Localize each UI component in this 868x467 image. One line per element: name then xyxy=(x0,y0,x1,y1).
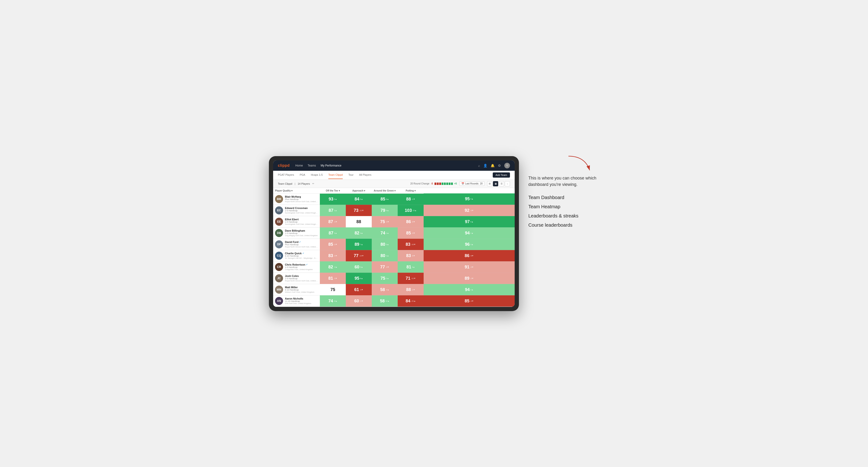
col-player-quality[interactable]: Player Quality ▾ xyxy=(273,188,320,194)
player-cell[interactable]: ANAaron Nicholls11-15 HandicapDrift Golf… xyxy=(273,295,320,307)
logo: clippd xyxy=(278,163,290,168)
player-cell[interactable]: EEElliot Ebert1-5 HandicapSunningdale Go… xyxy=(273,216,320,227)
score-cell: 871▲ xyxy=(320,205,346,216)
player-club: St. George's Hill GC - Weybridge - Surre… xyxy=(285,257,318,259)
score-cell: 91-3▼ xyxy=(424,261,515,273)
score-cell: 846▲ xyxy=(346,193,372,205)
nav-link-teams[interactable]: Teams xyxy=(308,163,316,168)
nav-link-my-performance[interactable]: My Performance xyxy=(320,163,341,168)
avatar: EC xyxy=(275,206,283,214)
col-around-green[interactable]: Around the Green ▾ xyxy=(372,188,398,194)
table-row: JCJosh Coles1-5 HandicapRoyal North Devo… xyxy=(273,273,515,284)
col-approach[interactable]: Approach ▾ xyxy=(346,188,372,194)
score-cell: 801▲ xyxy=(372,250,398,261)
player-name: Elliot Ebert xyxy=(285,218,318,221)
sub-nav-team-clippd[interactable]: Team Clippd xyxy=(328,171,343,179)
score-value: 86 xyxy=(465,253,469,258)
player-cell[interactable]: BMBlair McHargPlus HandicapRoyal North D… xyxy=(273,194,320,205)
sub-nav-pga[interactable]: PGA xyxy=(300,171,305,179)
score-value: 85 xyxy=(406,231,411,236)
score-change: -1▼ xyxy=(360,300,363,302)
player-handicap: 1-5 Handicap xyxy=(285,221,318,223)
score-cell: 814▲ xyxy=(398,261,424,273)
score-change: -6▼ xyxy=(412,255,415,257)
player-club: Gog Magog Golf Club, United Kingdom xyxy=(285,235,318,237)
score-cell: 60-1▼ xyxy=(346,295,372,307)
score-value: 87 xyxy=(329,208,333,213)
score-value: 75 xyxy=(380,276,385,281)
edit-icon[interactable]: ✏ xyxy=(312,182,314,185)
table-row: CQCharlie Quick✓6-10 HandicapSt. George'… xyxy=(273,250,515,261)
annotation-arrow xyxy=(528,158,599,173)
score-value: 61 xyxy=(354,287,359,292)
score-change: -11▼ xyxy=(411,277,415,280)
nav-icons: ⌕ 👤 🔔 ⚙ U xyxy=(478,163,510,168)
score-cell: 77-3▼ xyxy=(372,261,398,273)
avatar: BM xyxy=(275,195,283,203)
score-change: 9▲ xyxy=(334,198,337,200)
score-cell: 799▲ xyxy=(372,205,398,216)
score-change: -8▲ xyxy=(334,300,337,302)
col-putting[interactable]: Putting ▾ xyxy=(398,188,424,194)
search-icon[interactable]: ⌕ xyxy=(478,164,480,167)
player-table: Player Quality ▾ Off the Tee ▾ Approach … xyxy=(273,188,515,307)
score-change: 4▲ xyxy=(360,232,363,234)
score-value: 94 xyxy=(465,287,470,292)
annotation-item-3: Course leaderboards xyxy=(528,222,599,228)
round-change-label: 20 Round Change xyxy=(410,182,429,185)
score-value: 86 xyxy=(406,219,411,224)
score-value: 82 xyxy=(354,231,359,236)
player-cell[interactable]: JCJosh Coles1-5 HandicapRoyal North Devo… xyxy=(273,273,320,284)
nav-link-home[interactable]: Home xyxy=(295,163,303,168)
last-rounds-label: Last Rounds: xyxy=(465,182,479,185)
col-off-tee[interactable]: Off the Tee ▾ xyxy=(320,188,346,194)
score-cell: 58-4▲ xyxy=(372,284,398,295)
sub-nav-pgat[interactable]: PGAT Players xyxy=(278,171,294,179)
avatar: AN xyxy=(275,297,283,305)
player-count: 14 Players xyxy=(298,182,310,185)
score-cell: 75-3▼ xyxy=(372,216,398,227)
avatar: CR xyxy=(275,263,283,271)
player-cell[interactable]: ECEdward Crossman1-5 HandicapSunningdale… xyxy=(273,205,320,216)
tablet-frame: clippd Home Teams My Performance ⌕ 👤 🔔 ⚙… xyxy=(269,156,519,311)
player-cell[interactable]: MMMatt Miller6-10 HandicapWoburn Golf Cl… xyxy=(273,284,320,295)
score-cell: 85-3▼ xyxy=(398,227,424,239)
bell-icon[interactable]: 🔔 xyxy=(491,164,495,167)
list-view-toggle[interactable]: ☰ xyxy=(499,181,504,186)
player-cell[interactable]: DBDave Billingham1-5 HandicapGog Magog G… xyxy=(273,228,320,239)
score-cell: 752▲ xyxy=(372,273,398,284)
player-name: Matt Miller xyxy=(285,286,314,289)
avatar[interactable]: U xyxy=(504,163,510,168)
table-row: BMBlair McHargPlus HandicapRoyal North D… xyxy=(273,193,515,205)
player-cell[interactable]: CQCharlie Quick✓6-10 HandicapSt. George'… xyxy=(273,250,320,261)
score-cell: 83-6▼ xyxy=(398,250,424,261)
score-value: 88 xyxy=(406,287,411,292)
player-cell[interactable]: CRChris Robertson✓1-5 HandicapCraigmilla… xyxy=(273,261,320,273)
round-change-bar xyxy=(434,183,453,185)
score-cell: 81-3▼ xyxy=(320,273,346,284)
player-cell[interactable]: DFDavid Ford✓Plus HandicapRoyal North De… xyxy=(273,239,320,250)
score-change: -3▼ xyxy=(334,277,337,280)
grid-view-toggle[interactable]: ⊞ xyxy=(487,181,492,186)
settings-icon[interactable]: ⚙ xyxy=(498,164,501,167)
score-change: 1▲ xyxy=(470,232,473,234)
player-club: Drift Golf Club, United Kingdom xyxy=(285,302,311,305)
score-change: -3▼ xyxy=(360,289,363,291)
score-cell: 963▲ xyxy=(424,239,515,250)
last-rounds-button[interactable]: 📅 Last Rounds: 20 xyxy=(459,181,485,186)
score-cell: 85-4▼ xyxy=(424,295,515,307)
sub-nav-tour[interactable]: Tour xyxy=(348,171,353,179)
score-value: 83 xyxy=(406,242,410,247)
add-team-button[interactable]: Add Team xyxy=(493,173,510,178)
score-change: 7▲ xyxy=(360,243,363,246)
round-change-neg: -5 xyxy=(431,182,433,185)
download-toggle[interactable]: ↓ xyxy=(505,181,510,186)
score-value: 95 xyxy=(354,276,359,281)
sub-nav-hcaps[interactable]: Hcaps 1-5 xyxy=(311,171,323,179)
person-icon[interactable]: 👤 xyxy=(483,164,487,167)
sub-nav-all-players[interactable]: All Players xyxy=(359,171,371,179)
verified-icon: ✓ xyxy=(306,263,308,266)
score-cell: 943▲ xyxy=(424,284,515,295)
score-change: -3▼ xyxy=(334,221,337,223)
heatmap-view-toggle[interactable]: ▦ xyxy=(493,181,498,186)
